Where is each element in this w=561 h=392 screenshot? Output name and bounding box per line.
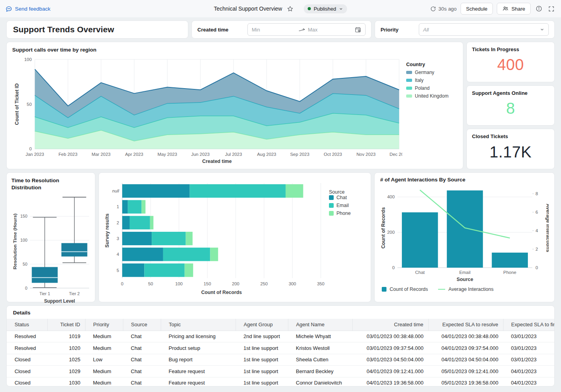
table-cell: 05/01/2023 19:36:58.000	[428, 377, 503, 386]
table-cell: Pricing and licensing	[161, 331, 236, 342]
priority-select[interactable]: All	[419, 23, 549, 36]
priority-filter: Priority All	[375, 20, 555, 39]
svg-text:Aug 2023: Aug 2023	[257, 152, 276, 157]
svg-text:null: null	[112, 189, 119, 193]
svg-text:100: 100	[20, 238, 27, 242]
column-header-status[interactable]: Status	[7, 319, 47, 331]
bar-5-phone	[185, 263, 193, 277]
column-header-ticket-id[interactable]: Ticket ID	[47, 319, 85, 331]
column-header-expected-sla-to-resolve[interactable]: Expected SLA to resolve	[428, 319, 503, 331]
refresh-control[interactable]: 30s ago	[430, 6, 457, 12]
legend-item-united-kingdom[interactable]: United Kingdom	[406, 93, 448, 99]
svg-text:Jul 2023: Jul 2023	[225, 152, 242, 157]
table-row[interactable]: Closed1030MediumChatFeature request1st l…	[7, 377, 554, 386]
legend-item-average-interactions[interactable]: Average Interactions	[438, 287, 493, 292]
column-header-agent-group[interactable]: Agent Group	[236, 319, 288, 331]
legend-item-count-of-records[interactable]: Count of Records	[382, 287, 428, 292]
table-row[interactable]: Resolved1019MediumChatPricing and licens…	[7, 331, 554, 342]
min-date-input[interactable]: Min	[252, 27, 295, 33]
column-header-priority[interactable]: Priority	[85, 319, 123, 331]
send-feedback-label: Send feedback	[15, 6, 50, 12]
column-header-agent-name[interactable]: Agent Name	[288, 319, 352, 331]
table-cell: Kristos Westoll	[288, 342, 352, 354]
table-cell: 03/01/2023	[503, 331, 554, 342]
refresh-timestamp: 30s ago	[438, 6, 457, 12]
table-cell: Low	[85, 354, 123, 366]
svg-text:0: 0	[535, 265, 538, 270]
svg-text:Phone: Phone	[503, 270, 516, 275]
legend-label: Phone	[336, 211, 351, 216]
svg-text:0: 0	[25, 286, 27, 290]
legend-item-poland[interactable]: Poland	[406, 85, 448, 91]
table-header-row: StatusTicket IDPrioritySourceTopicAgent …	[7, 319, 554, 331]
legend-item-email[interactable]: Email	[329, 203, 351, 208]
kpi-card-2: Closed Tickets1.17K	[466, 129, 555, 169]
table-row[interactable]: Closed1029MediumChatFeature request1st l…	[7, 366, 554, 377]
legend-item-phone[interactable]: Phone	[329, 211, 351, 216]
table-cell: 1020	[47, 342, 85, 354]
table-cell: 1030	[47, 377, 85, 386]
share-button[interactable]: Share	[497, 3, 531, 15]
bar-phone	[492, 253, 528, 268]
table-cell: 1st line support	[236, 366, 288, 377]
table-cell: Closed	[7, 354, 47, 366]
top-bar: Technical Support Overview Published Sen…	[0, 0, 561, 17]
send-feedback-link[interactable]: Send feedback	[6, 6, 50, 12]
svg-text:250: 250	[260, 281, 268, 286]
table-cell: Feature request	[161, 366, 236, 377]
created-time-range-input[interactable]: Min Max	[247, 23, 366, 36]
range-arrow-icon	[299, 28, 305, 31]
svg-text:8: 8	[535, 191, 538, 196]
svg-text:2: 2	[535, 247, 538, 251]
column-header-topic[interactable]: Topic	[161, 319, 236, 331]
table-cell: 04/01/2023 00:38:48.000	[428, 331, 503, 342]
bar-3-phone	[186, 232, 193, 245]
svg-text:Support Level: Support Level	[44, 298, 75, 304]
table-row[interactable]: Closed1025LowChatBug report1st line supp…	[7, 354, 554, 366]
bar-1-email	[128, 200, 142, 213]
column-header-source[interactable]: Source	[123, 319, 161, 331]
fullscreen-icon[interactable]	[547, 5, 555, 13]
schedule-button[interactable]: Schedule	[461, 3, 493, 15]
table-row[interactable]: Resolved1020MediumChatProduct setup1st l…	[7, 342, 554, 354]
bar-null-chat	[122, 184, 189, 198]
legend-item-italy[interactable]: Italy	[406, 78, 448, 83]
kpi-column: Tickets In Progress400Support Agents Onl…	[466, 42, 555, 169]
area-chart: 050100Jan 2023Feb 2023Mar 2023Apr 2023Ma…	[12, 55, 402, 166]
svg-text:50: 50	[22, 262, 27, 266]
legend-item-germany[interactable]: Germany	[406, 70, 448, 75]
column-header-created-time[interactable]: Created time	[352, 319, 428, 331]
survey-stacked-bar-chart: 050100150200250300350null12345Count of R…	[104, 178, 327, 298]
area-chart-card: Support calls over time by region 050100…	[6, 42, 463, 169]
info-icon[interactable]	[535, 4, 543, 13]
table-cell: 1029	[47, 366, 85, 377]
table-cell: Bernard Beckley	[288, 366, 352, 377]
bar-4-chat	[122, 248, 163, 261]
column-header-expected-sla-to-first-response[interactable]: Expected SLA to first response	[503, 319, 554, 331]
svg-text:200: 200	[387, 230, 395, 235]
dashboard-title: Technical Support Overview	[214, 6, 282, 12]
svg-text:Survey results: Survey results	[104, 213, 110, 248]
svg-text:Jun 2023: Jun 2023	[191, 152, 210, 157]
legend-swatch	[406, 94, 412, 98]
favorite-star-icon[interactable]	[286, 5, 294, 13]
boxplot-card: Time to Resolution Distribution 05010015…	[6, 172, 95, 302]
calendar-icon[interactable]	[355, 26, 361, 33]
published-dot	[308, 7, 311, 10]
table-cell: Michele Whyatt	[288, 331, 352, 342]
table-cell: 1st line support	[236, 354, 288, 366]
svg-text:200: 200	[232, 281, 240, 286]
box-tier-2	[61, 243, 87, 257]
svg-text:Apr 2023: Apr 2023	[125, 152, 143, 157]
table-cell: 2nd line support	[236, 331, 288, 342]
table-cell: Medium	[85, 366, 123, 377]
table-cell: 04/01/2023 19:36:58.000	[352, 377, 428, 386]
table-cell: Connor Danielovitch	[288, 377, 352, 386]
legend-item-chat[interactable]: Chat	[329, 195, 351, 200]
table-cell: 03/01/2023 00:38:48.000	[352, 331, 428, 342]
svg-text:Count of Records: Count of Records	[201, 290, 242, 295]
publish-status-dropdown[interactable]: Published	[304, 4, 347, 13]
table-cell: Resolved	[7, 342, 47, 354]
max-date-input[interactable]: Max	[308, 27, 352, 33]
kpi-value: 400	[472, 52, 549, 78]
